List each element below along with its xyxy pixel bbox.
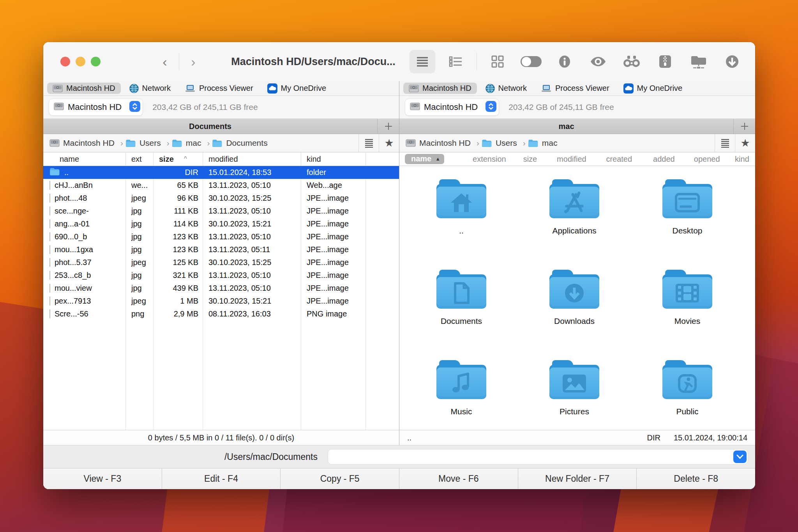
column-header[interactable]: created [595,155,643,164]
column-header-name[interactable]: name [43,152,126,166]
column-header[interactable]: size [512,155,548,164]
favorite-item[interactable]: Process Viewer [179,83,259,94]
folder-item[interactable]: Applications [518,175,631,266]
file-row[interactable]: Scre...-56 png 2,9 MB 08.11.2023, 16:03 … [43,308,399,320]
column-header[interactable]: name▲ [405,154,466,164]
tab-documents[interactable]: Documents [43,119,377,134]
file-rows: .. DIR 15.01.2024, 18:53 folder cHJ...an… [43,166,399,320]
zoom-window-button[interactable] [91,57,101,67]
column-header[interactable]: extension [466,155,512,164]
toggle-panels-switch[interactable] [518,50,544,73]
file-row[interactable]: cHJ...anBn we... 65 KB 13.11.2023, 05:10… [43,179,399,192]
file-ext: png [126,309,154,318]
function-button[interactable]: Edit - F4 [162,468,281,489]
left-tab-bar: Documents [43,119,399,134]
folder-item[interactable]: Pictures [518,356,631,430]
tab-mac[interactable]: mac [399,119,733,134]
file-row[interactable]: sce...nge- jpg 111 KB 13.11.2023, 05:10 … [43,205,399,217]
favorite-item[interactable]: My OneDrive [262,82,332,95]
forward-button[interactable]: › [185,55,202,68]
file-size: 439 KB [154,284,203,293]
close-window-button[interactable] [60,57,70,67]
folder-item[interactable]: Downloads [518,266,631,356]
eye-preview-button[interactable] [585,50,611,73]
new-tab-button[interactable] [733,119,755,134]
folder-label: Applications [552,226,596,235]
breadcrumb-item[interactable]: Macintosh HD [49,138,123,148]
favorite-icon [486,84,495,93]
file-kind: JPE...image [301,258,366,267]
path-menu-icon[interactable] [358,134,379,152]
breadcrumb-item[interactable]: mac [528,138,558,148]
file-size: 111 KB [154,207,203,216]
list-view-button[interactable] [410,50,435,73]
file-row[interactable]: .. DIR 15.01.2024, 18:53 folder [43,166,399,179]
breadcrumb-item[interactable]: Macintosh HD [406,138,479,148]
folder-item[interactable]: .. [405,175,518,266]
command-history-dropdown[interactable] [733,451,747,463]
grid-view-button[interactable] [485,50,510,73]
folder-item[interactable]: Movies [631,266,744,356]
file-name: 253...c8_b [55,271,91,280]
file-row[interactable]: phot...5.37 jpeg 125 KB 30.10.2023, 15:2… [43,256,399,269]
breadcrumb-item[interactable]: Users [125,138,169,148]
file-row[interactable]: pex...7913 jpeg 1 MB 30.10.2023, 15:21 J… [43,295,399,308]
column-header[interactable]: modified [548,155,595,164]
left-column-headers: name ext size^ modified kind [43,152,399,166]
archive-zip-button[interactable] [652,50,678,73]
file-icon [49,194,50,203]
column-header-kind[interactable]: kind [301,152,366,166]
function-button[interactable]: Copy - F5 [281,468,399,489]
folder-glyph-icon [676,372,699,395]
left-pane: Macintosh HD Network Process Viewer My O… [43,81,399,445]
file-row[interactable]: phot....48 jpeg 96 KB 30.10.2023, 15:25 … [43,192,399,205]
breadcrumb-item[interactable]: mac [172,138,210,148]
function-button[interactable]: Move - F6 [399,468,518,489]
detail-view-button[interactable] [443,50,469,73]
folder-item[interactable]: Music [405,356,518,430]
favorite-star-icon[interactable]: ★ [735,134,755,152]
column-header-ext[interactable]: ext [126,152,154,166]
command-input[interactable] [329,451,733,463]
favorite-item[interactable]: Macintosh HD [403,83,477,94]
function-button[interactable]: Delete - F8 [637,468,755,489]
file-row[interactable]: mou...view jpg 439 KB 13.11.2023, 05:10 … [43,282,399,295]
path-menu-icon[interactable] [715,134,735,152]
folder-icon [436,360,486,399]
file-row[interactable]: 690...0_b jpg 123 KB 13.11.2023, 05:10 J… [43,230,399,243]
breadcrumb-item[interactable]: Documents [212,138,267,148]
new-tab-button[interactable] [377,119,399,134]
favorite-item[interactable]: Network [124,83,176,94]
folder-label: Downloads [554,316,595,326]
binoculars-search-button[interactable] [619,50,644,73]
folder-item[interactable]: Documents [405,266,518,356]
column-header[interactable]: added [643,155,685,164]
folder-label: Documents [441,316,482,326]
file-row[interactable]: mou...1gxa jpg 123 KB 13.11.2023, 05:11 … [43,243,399,256]
back-button[interactable]: ‹ [156,55,173,68]
function-button[interactable]: New Folder - F7 [518,468,637,489]
folder-item[interactable]: Public [631,356,744,430]
download-button[interactable] [719,50,745,73]
favorite-item[interactable]: Process Viewer [535,83,615,94]
column-header-size[interactable]: size^ [154,152,203,166]
breadcrumb-item[interactable]: Users [482,138,526,148]
drive-selector[interactable]: Macintosh HD [405,99,499,116]
function-button[interactable]: View - F3 [43,468,162,489]
favorite-item[interactable]: Network [480,83,532,94]
folder-glyph-icon [452,372,471,395]
column-header[interactable]: kind [729,155,755,164]
favorite-item[interactable]: Macintosh HD [47,83,121,94]
favorite-star-icon[interactable]: ★ [379,134,399,152]
favorite-item[interactable]: My OneDrive [618,82,688,95]
file-ext: jpeg [126,258,154,267]
drive-selector[interactable]: Macintosh HD [49,99,143,116]
info-button[interactable] [552,50,577,73]
file-row[interactable]: 253...c8_b jpg 321 KB 13.11.2023, 05:10 … [43,269,399,282]
file-row[interactable]: ang...a-01 jpg 114 KB 30.10.2023, 15:21 … [43,217,399,230]
folder-item[interactable]: Desktop [631,175,744,266]
column-header[interactable]: opened [685,155,729,164]
minimize-window-button[interactable] [76,57,85,67]
network-folder-button[interactable] [686,50,711,73]
column-header-modified[interactable]: modified [203,152,301,166]
